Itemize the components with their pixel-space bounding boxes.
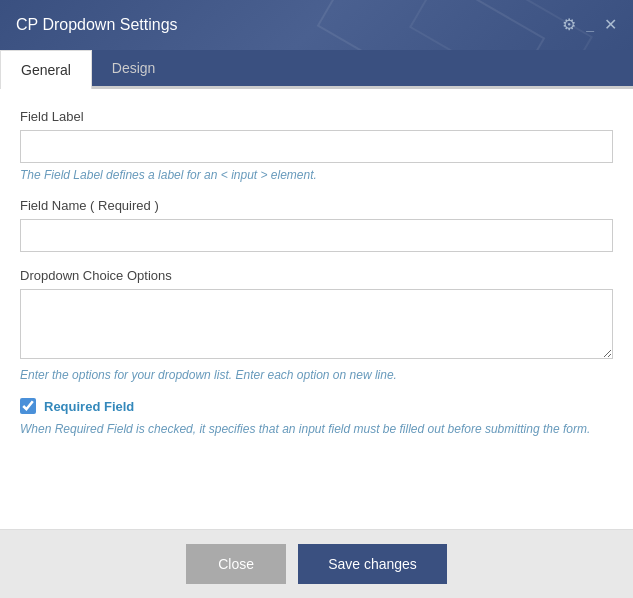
dialog-title: CP Dropdown Settings: [16, 16, 178, 34]
field-name-group: Field Name ( Required ): [20, 198, 613, 252]
dialog-header: CP Dropdown Settings ⚙ _ ✕: [0, 0, 633, 50]
field-label-group: Field Label The Field Label defines a la…: [20, 109, 613, 182]
gear-icon[interactable]: ⚙: [562, 17, 576, 33]
dropdown-choices-group: Dropdown Choice Options Enter the option…: [20, 268, 613, 382]
field-label-label: Field Label: [20, 109, 613, 124]
required-field-label: Required Field: [44, 399, 134, 414]
tabs-container: General Design: [0, 50, 633, 89]
dropdown-choices-label: Dropdown Choice Options: [20, 268, 613, 283]
required-field-hint: When Required Field is checked, it speci…: [20, 422, 613, 436]
dialog-body: Field Label The Field Label defines a la…: [0, 89, 633, 529]
field-label-input[interactable]: [20, 130, 613, 163]
field-name-input[interactable]: [20, 219, 613, 252]
dialog-footer: Close Save changes: [0, 529, 633, 598]
required-field-row: Required Field: [20, 398, 613, 414]
dropdown-choices-textarea[interactable]: [20, 289, 613, 359]
tab-general[interactable]: General: [0, 50, 92, 89]
required-field-group: Required Field When Required Field is ch…: [20, 398, 613, 436]
minimize-icon[interactable]: _: [586, 18, 594, 32]
dropdown-choices-hint: Enter the options for your dropdown list…: [20, 368, 613, 382]
field-name-label: Field Name ( Required ): [20, 198, 613, 213]
field-label-hint: The Field Label defines a label for an <…: [20, 168, 613, 182]
close-icon[interactable]: ✕: [604, 17, 617, 33]
dialog-container: CP Dropdown Settings ⚙ _ ✕ General Desig…: [0, 0, 633, 598]
close-button[interactable]: Close: [186, 544, 286, 584]
required-field-checkbox[interactable]: [20, 398, 36, 414]
save-button[interactable]: Save changes: [298, 544, 447, 584]
header-controls: ⚙ _ ✕: [562, 17, 617, 33]
tab-design[interactable]: Design: [92, 50, 176, 86]
